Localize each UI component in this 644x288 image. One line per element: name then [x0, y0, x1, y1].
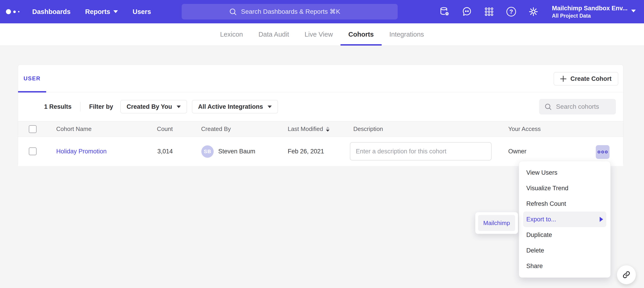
menu-item-visualize-trend[interactable]: Visualize Trend [519, 180, 610, 196]
results-count: 1 Results [44, 103, 72, 110]
nav-icon-group: ? [439, 0, 539, 23]
menu-item-label: Visualize Trend [526, 185, 568, 192]
nav-link-reports[interactable]: Reports [85, 8, 118, 16]
menu-item-label: Duplicate [526, 231, 552, 239]
copy-link-button[interactable] [617, 265, 636, 284]
dot-icon [601, 151, 604, 153]
settings-icon[interactable] [528, 6, 539, 17]
menu-item-label: Share [526, 263, 543, 270]
column-header-last-modified[interactable]: Last Modified [288, 121, 330, 137]
tab-cohorts[interactable]: Cohorts [340, 23, 382, 46]
cohort-name-cell: Holiday Promotion [56, 137, 107, 166]
menu-item-duplicate[interactable]: Duplicate [519, 227, 610, 243]
nav-link-dashboards[interactable]: Dashboards [32, 8, 70, 16]
create-cohort-button[interactable]: Create Cohort [554, 72, 618, 85]
tab-label: USER [24, 75, 41, 82]
created-by-cell: Steven Baum [218, 137, 255, 166]
filter-created-by-dropdown[interactable]: Created By You [120, 100, 187, 113]
sort-desc-icon [326, 129, 330, 132]
tab-user-cohorts[interactable]: USER [18, 65, 46, 92]
link-icon [622, 270, 631, 279]
nav-links: Dashboards Reports Users [32, 8, 151, 16]
tab-label: Live View [305, 31, 333, 38]
logo-dot-large [6, 9, 11, 14]
cohort-name-link[interactable]: Holiday Promotion [56, 148, 107, 155]
menu-item-refresh-count[interactable]: Refresh Count [519, 196, 610, 212]
column-label: Last Modified [288, 125, 323, 132]
logo-dot-medium [13, 11, 16, 13]
chevron-down-icon[interactable] [631, 10, 636, 12]
column-label: Cohort Name [56, 125, 92, 132]
column-header-your-access[interactable]: Your Access [508, 121, 541, 137]
global-search[interactable] [182, 4, 398, 20]
logo-dot-small [18, 11, 20, 12]
column-header-description[interactable]: Description [353, 121, 383, 137]
help-glyph: ? [506, 7, 516, 17]
tab-live-view[interactable]: Live View [297, 23, 341, 46]
menu-item-label: Export to... [526, 216, 556, 223]
submenu-arrow-icon [600, 217, 603, 222]
tab-label: Lexicon [220, 31, 243, 38]
project-switcher[interactable]: Mailchimp Sandbox Env... All Project Dat… [552, 4, 628, 19]
apps-grid-icon[interactable] [484, 6, 494, 17]
sort-asc-icon [326, 127, 330, 129]
filter-toolbar: 1 Results Filter by Created By You All A… [18, 92, 623, 121]
row-checkbox[interactable] [29, 148, 36, 155]
feedback-icon[interactable] [462, 6, 472, 17]
menu-item-delete[interactable]: Delete [519, 243, 610, 258]
plus-icon [560, 76, 566, 82]
nav-link-users[interactable]: Users [132, 8, 151, 16]
avatar: SB [201, 145, 214, 158]
description-input[interactable] [350, 142, 492, 161]
last-modified-cell: Feb 26, 2021 [288, 137, 324, 166]
nav-link-label: Reports [85, 8, 110, 16]
tab-label: Cohorts [348, 31, 374, 38]
menu-item-export-to[interactable]: Export to... [523, 212, 606, 227]
submenu-item-mailchimp[interactable]: Mailchimp [478, 215, 515, 231]
app-root: Dashboards Reports Users [0, 0, 644, 288]
mixpanel-logo-icon[interactable] [6, 9, 20, 14]
tab-data-audit[interactable]: Data Audit [251, 23, 297, 46]
cohorts-card: USER Create Cohort 1 Results Filter by C… [18, 65, 624, 166]
select-all-checkbox[interactable] [29, 125, 36, 133]
chevron-down-icon [113, 10, 118, 13]
section-tabs: Lexicon Data Audit Live View Cohorts Int… [0, 23, 644, 46]
top-navbar: Dashboards Reports Users [0, 0, 644, 23]
data-settings-icon[interactable] [439, 6, 450, 17]
help-icon[interactable]: ? [506, 6, 517, 17]
export-submenu: Mailchimp [475, 212, 518, 234]
column-label: Count [157, 125, 173, 132]
filter-integrations-dropdown[interactable]: All Active Integrations [192, 100, 278, 113]
chevron-down-icon [268, 105, 272, 108]
filter-by-label: Filter by [89, 103, 113, 110]
create-cohort-label: Create Cohort [570, 75, 612, 82]
global-search-input[interactable] [241, 8, 351, 15]
column-label: Your Access [508, 125, 541, 132]
tab-label: Data Audit [258, 31, 289, 38]
menu-item-view-users[interactable]: View Users [519, 165, 610, 180]
cohort-search[interactable] [539, 99, 616, 114]
nav-link-label: Dashboards [32, 8, 70, 16]
search-icon [544, 103, 552, 111]
column-header-created-by[interactable]: Created By [201, 121, 231, 137]
filter-label: All Active Integrations [198, 103, 263, 110]
tab-lexicon[interactable]: Lexicon [212, 23, 251, 46]
sort-icon[interactable] [326, 127, 330, 132]
menu-item-label: View Users [526, 169, 558, 176]
filter-label: Created By You [126, 103, 172, 110]
table-header: Cohort Name Count Created By Last Modifi… [18, 121, 623, 137]
column-label: Created By [201, 125, 231, 132]
column-label: Description [353, 125, 383, 132]
project-scope: All Project Data [552, 12, 628, 19]
column-header-count[interactable]: Count [126, 121, 173, 137]
row-overflow-menu-button[interactable] [596, 145, 610, 159]
menu-item-share[interactable]: Share [519, 258, 610, 274]
tab-label: Integrations [390, 31, 424, 38]
tab-integrations[interactable]: Integrations [382, 23, 432, 46]
dot-icon [598, 151, 600, 153]
cohort-search-input[interactable] [556, 103, 611, 110]
menu-item-label: Delete [526, 247, 544, 254]
dot-icon [605, 151, 608, 153]
column-header-cohort-name[interactable]: Cohort Name [56, 121, 92, 137]
project-name: Mailchimp Sandbox Env... [552, 4, 628, 12]
